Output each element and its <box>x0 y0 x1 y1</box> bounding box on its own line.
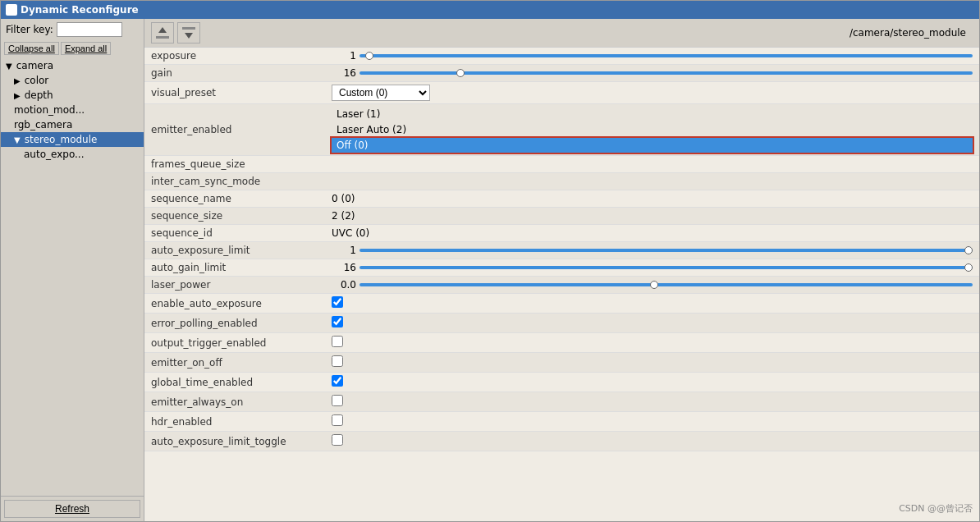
window-title: Dynamic Reconfigure <box>21 4 139 16</box>
table-row: hdr_enabled <box>144 412 979 432</box>
enum-option-Laser-Auto-(2)[interactable]: Laser Auto (2) <box>332 122 973 137</box>
param-value-laser_power[interactable]: 0.0 <box>325 277 979 294</box>
upload-icon <box>155 25 170 40</box>
expand-all-button[interactable]: Expand all <box>61 42 111 55</box>
table-row: auto_exposure_limit_toggle <box>144 432 979 451</box>
svg-rect-2 <box>182 27 195 30</box>
svg-rect-0 <box>156 36 169 39</box>
param-value-auto_exposure_limit_toggle[interactable] <box>325 432 979 451</box>
tree-item-color[interactable]: ▶color <box>1 73 144 88</box>
tree-item-camera[interactable]: ▼camera <box>1 58 144 73</box>
param-value-output_trigger_enabled[interactable] <box>325 333 979 353</box>
slider-auto_gain_limit[interactable] <box>359 266 973 269</box>
param-name-exposure: exposure <box>144 48 325 65</box>
tree-item-stereo_module[interactable]: ▼stereo_module <box>1 132 144 147</box>
param-value-error_polling_enabled[interactable] <box>325 314 979 333</box>
tree-arrow-stereo_module: ▼ <box>14 135 21 144</box>
param-name-sequence_name: sequence_name <box>144 190 325 208</box>
param-value-sequence_size[interactable]: 2 (2) <box>325 208 979 225</box>
tree-item-auto_expo[interactable]: auto_expo... <box>1 147 144 162</box>
tree-arrow-depth: ▶ <box>14 91 21 100</box>
enum-option-Laser-(1)[interactable]: Laser (1) <box>332 107 973 121</box>
param-value-hdr_enabled[interactable] <box>325 412 979 432</box>
toolbar-btn-2[interactable] <box>177 22 200 44</box>
download-icon <box>181 25 196 40</box>
param-name-auto_gain_limit: auto_gain_limit <box>144 259 325 277</box>
tree-label-rgb_camera: rgb_camera <box>14 119 72 130</box>
window-icon <box>6 4 17 16</box>
svg-marker-1 <box>158 27 167 33</box>
param-name-auto_exposure_limit_toggle: auto_exposure_limit_toggle <box>144 432 325 451</box>
param-name-sequence_id: sequence_id <box>144 225 325 242</box>
table-row: output_trigger_enabled <box>144 333 979 353</box>
table-row: frames_queue_size <box>144 156 979 173</box>
tree-label-camera: camera <box>16 60 53 71</box>
main-window: Dynamic Reconfigure Filter key: Collapse… <box>0 0 980 522</box>
param-value-visual_preset[interactable]: Custom (0) <box>325 82 979 104</box>
filter-input[interactable] <box>57 22 122 37</box>
param-value-auto_exposure_limit[interactable]: 1 <box>325 242 979 259</box>
table-row: error_polling_enabled <box>144 314 979 333</box>
param-value-emitter_on_off[interactable] <box>325 353 979 373</box>
param-name-output_trigger_enabled: output_trigger_enabled <box>144 333 325 353</box>
sidebar: Filter key: Collapse all Expand all ▼cam… <box>1 19 144 521</box>
table-row: emitter_enabledLaser (1)Laser Auto (2)Of… <box>144 104 979 156</box>
collapse-all-button[interactable]: Collapse all <box>4 42 59 55</box>
checkbox-hdr_enabled[interactable] <box>332 414 343 426</box>
param-name-hdr_enabled: hdr_enabled <box>144 412 325 432</box>
param-value-emitter_enabled[interactable]: Laser (1)Laser Auto (2)Off (0) <box>325 104 979 156</box>
checkbox-global_time_enabled[interactable] <box>332 375 343 387</box>
param-name-frames_queue_size: frames_queue_size <box>144 156 325 173</box>
param-value-gain[interactable]: 16 <box>325 65 979 82</box>
refresh-button[interactable]: Refresh <box>4 500 140 518</box>
param-value-exposure[interactable]: 1 <box>325 48 979 65</box>
table-row: inter_cam_sync_mode <box>144 173 979 190</box>
toolbar-btn-1[interactable] <box>151 22 174 44</box>
param-value-inter_cam_sync_mode <box>325 173 979 190</box>
collapse-expand-row: Collapse all Expand all <box>1 40 144 57</box>
enum-emitter_enabled: Laser (1)Laser Auto (2)Off (0) <box>332 107 973 153</box>
select-visual_preset[interactable]: Custom (0) <box>332 85 430 101</box>
param-name-auto_exposure_limit: auto_exposure_limit <box>144 242 325 259</box>
checkbox-output_trigger_enabled[interactable] <box>332 336 343 347</box>
table-row: emitter_always_on <box>144 392 979 412</box>
table-row: emitter_on_off <box>144 353 979 373</box>
slider-exposure[interactable] <box>359 54 973 57</box>
table-row: auto_exposure_limit1 <box>144 242 979 259</box>
param-name-emitter_enabled: emitter_enabled <box>144 104 325 156</box>
tree-label-stereo_module: stereo_module <box>25 134 98 145</box>
tree-label-depth: depth <box>25 89 53 101</box>
filter-row: Filter key: <box>1 19 144 40</box>
params-table: exposure1gain16visual_presetCustom (0)em… <box>144 48 979 521</box>
checkbox-emitter_on_off[interactable] <box>332 355 343 367</box>
param-value-global_time_enabled[interactable] <box>325 373 979 392</box>
slider-gain[interactable] <box>359 71 973 75</box>
table-row: enable_auto_exposure <box>144 294 979 314</box>
param-name-inter_cam_sync_mode: inter_cam_sync_mode <box>144 173 325 190</box>
tree-item-motion_mod[interactable]: motion_mod... <box>1 103 144 117</box>
param-value-enable_auto_exposure[interactable] <box>325 294 979 314</box>
tree-item-depth[interactable]: ▶depth <box>1 88 144 103</box>
sidebar-bottom: Refresh <box>1 496 144 521</box>
checkbox-auto_exposure_limit_toggle[interactable] <box>332 434 343 446</box>
slider-auto_exposure_limit[interactable] <box>359 249 973 252</box>
param-name-visual_preset: visual_preset <box>144 82 325 104</box>
checkbox-enable_auto_exposure[interactable] <box>332 296 343 308</box>
tree-item-rgb_camera[interactable]: rgb_camera <box>1 117 144 132</box>
tree-label-motion_mod: motion_mod... <box>14 104 85 116</box>
module-path: /camera/stereo_module <box>843 25 973 40</box>
checkbox-emitter_always_on[interactable] <box>332 395 343 406</box>
main-toolbar: /camera/stereo_module <box>144 19 979 48</box>
param-value-sequence_name[interactable]: 0 (0) <box>325 190 979 208</box>
param-name-sequence_size: sequence_size <box>144 208 325 225</box>
main-panel: /camera/stereo_module exposure1gain16vis… <box>144 19 979 521</box>
enum-option-Off-(0)[interactable]: Off (0) <box>332 138 973 153</box>
slider-laser_power[interactable] <box>359 283 973 286</box>
param-value-auto_gain_limit[interactable]: 16 <box>325 259 979 277</box>
table-row: laser_power0.0 <box>144 277 979 294</box>
checkbox-error_polling_enabled[interactable] <box>332 316 343 327</box>
table-row: sequence_name0 (0) <box>144 190 979 208</box>
param-value-sequence_id[interactable]: UVC (0) <box>325 225 979 242</box>
tree-arrow-camera: ▼ <box>6 62 12 71</box>
param-value-emitter_always_on[interactable] <box>325 392 979 412</box>
